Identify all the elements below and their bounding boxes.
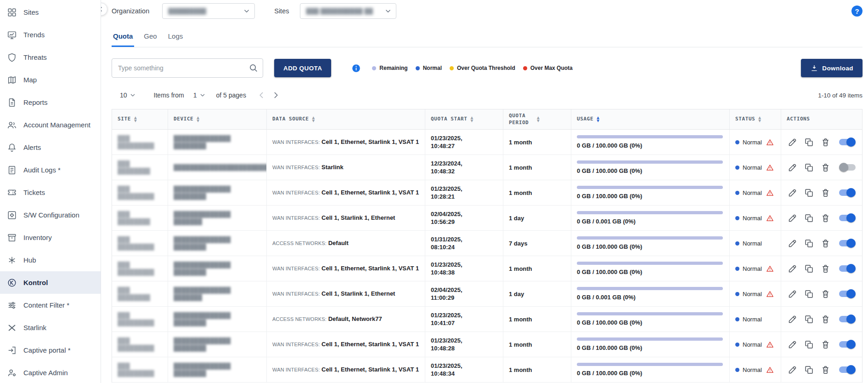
sidebar-item-starlink[interactable]: Starlink [0, 316, 101, 339]
previous-page-button[interactable] [257, 91, 266, 100]
copy-button[interactable] [804, 314, 814, 324]
sidebar-item-reports[interactable]: Reports [0, 91, 101, 114]
organization-select[interactable]: █████████ [162, 3, 255, 19]
enabled-toggle[interactable] [839, 365, 856, 374]
over-quota-warning-icon[interactable] [766, 164, 774, 171]
copy-button[interactable] [804, 365, 814, 375]
sidebar-item-content-filter[interactable]: Content Filter * [0, 294, 101, 316]
edit-button[interactable] [788, 137, 797, 147]
over-quota-warning-icon[interactable] [766, 214, 774, 222]
col-header-usage[interactable]: USAGE ▲▼ [571, 109, 730, 129]
edit-button[interactable] [788, 264, 797, 274]
site-cell: ███ █████████ [112, 307, 168, 332]
usage-progress-bar [577, 337, 723, 341]
over-quota-warning-icon[interactable] [766, 290, 774, 298]
edit-button[interactable] [788, 213, 797, 223]
sidebar-item-account-management[interactable]: Account Management [0, 114, 101, 136]
sidebar-item-hub[interactable]: Hub [0, 249, 101, 271]
edit-button[interactable] [788, 365, 797, 375]
enabled-toggle[interactable] [839, 137, 856, 147]
enabled-toggle[interactable] [839, 264, 856, 273]
usage-progress-bar [577, 287, 723, 290]
sidebar-item-trends[interactable]: Trends [0, 23, 101, 46]
delete-button[interactable] [821, 314, 830, 324]
copy-button[interactable] [804, 188, 814, 198]
device-redacted-text: ██████████████ ████████ [174, 337, 231, 352]
delete-button[interactable] [821, 188, 830, 198]
download-button[interactable]: Download [801, 59, 862, 77]
delete-button[interactable] [821, 137, 830, 147]
delete-button[interactable] [821, 163, 830, 172]
page-size-select[interactable]: 10 [118, 91, 138, 99]
sidebar-item-kontrol[interactable]: Kontrol [0, 271, 101, 294]
add-quota-button[interactable]: ADD QUOTA [274, 59, 331, 77]
edit-button[interactable] [788, 163, 797, 172]
status-label: Normal [743, 265, 762, 272]
delete-button[interactable] [821, 239, 830, 248]
status-label: Normal [743, 291, 762, 297]
search-input[interactable] [112, 58, 263, 78]
col-header-data-source[interactable]: DATA SOURCE ▲▼ [267, 109, 425, 129]
delete-button[interactable] [821, 213, 830, 223]
delete-button[interactable] [821, 264, 830, 274]
delete-button[interactable] [821, 365, 830, 375]
copy-button[interactable] [804, 239, 814, 248]
enabled-toggle[interactable] [839, 188, 856, 197]
copy-button[interactable] [804, 137, 814, 147]
col-header-quota-period[interactable]: QUOTA PERIOD ▲▼ [503, 109, 571, 129]
sidebar-item-inventory[interactable]: Inventory [0, 226, 101, 249]
delete-button[interactable] [821, 340, 830, 349]
page-number-select[interactable]: 1 [192, 91, 208, 99]
sidebar-item-captive-portal[interactable]: Captive portal * [0, 339, 101, 361]
status-label: Normal [743, 366, 762, 373]
col-header-device[interactable]: DEVICE ▲▼ [168, 109, 267, 129]
sidebar-item-map[interactable]: Map [0, 69, 101, 91]
info-icon[interactable] [351, 63, 361, 73]
enabled-toggle[interactable] [839, 289, 856, 298]
over-quota-warning-icon[interactable] [766, 366, 774, 374]
col-header-site[interactable]: SITE ▲▼ [112, 109, 168, 129]
enabled-toggle[interactable] [839, 213, 856, 223]
edit-button[interactable] [788, 314, 797, 324]
copy-button[interactable] [804, 213, 814, 223]
sidebar-item-sites[interactable]: Sites [0, 1, 101, 23]
copy-button[interactable] [804, 163, 814, 172]
sites-label: Sites [274, 7, 289, 15]
sidebar-item-alerts[interactable]: Alerts [0, 136, 101, 159]
over-quota-warning-icon[interactable] [766, 189, 774, 197]
delete-button[interactable] [821, 289, 830, 299]
col-header-status[interactable]: STATUS ▲▼ [730, 109, 781, 129]
device-cell: ██████████████ ████████ [168, 180, 267, 205]
data-source-cell: WAN INTERFACES: Cell 1, Ethernet, Starli… [267, 130, 425, 154]
sidebar-item-threats[interactable]: Threats [0, 46, 101, 69]
tab-logs[interactable]: Logs [167, 28, 185, 47]
over-quota-warning-icon[interactable] [766, 265, 774, 273]
copy-button[interactable] [804, 264, 814, 274]
edit-button[interactable] [788, 289, 797, 299]
sidebar-item-audit-logs[interactable]: Audit Logs * [0, 159, 101, 181]
tab-geo[interactable]: Geo [142, 28, 158, 47]
sidebar-item-captive-admin[interactable]: Captive Admin [0, 361, 101, 383]
help-button[interactable]: ? [851, 6, 862, 17]
edit-button[interactable] [788, 188, 797, 198]
tab-quota[interactable]: Quota [112, 28, 134, 47]
sidebar-item-sw-configuration[interactable]: S/W Configuration [0, 204, 101, 226]
copy-button[interactable] [804, 289, 814, 299]
sites-select[interactable]: ███ ██████████ ██ [300, 3, 396, 19]
search-icon[interactable] [248, 63, 259, 73]
over-quota-warning-icon[interactable] [766, 341, 774, 349]
enabled-toggle[interactable] [839, 163, 856, 172]
data-source-type: WAN INTERFACES: [272, 266, 320, 271]
table-row: ███ █████████ ██████████████ ████████ WA… [112, 130, 862, 155]
enabled-toggle[interactable] [839, 239, 856, 248]
sidebar-item-tickets[interactable]: Tickets [0, 181, 101, 204]
collapse-sidebar-button[interactable] [101, 3, 107, 16]
enabled-toggle[interactable] [839, 314, 856, 324]
copy-button[interactable] [804, 340, 814, 349]
edit-button[interactable] [788, 239, 797, 248]
over-quota-warning-icon[interactable] [766, 138, 774, 146]
edit-button[interactable] [788, 340, 797, 349]
col-header-quota-start[interactable]: QUOTA START ▲▼ [425, 109, 503, 129]
enabled-toggle[interactable] [839, 340, 856, 349]
next-page-button[interactable] [271, 91, 280, 100]
